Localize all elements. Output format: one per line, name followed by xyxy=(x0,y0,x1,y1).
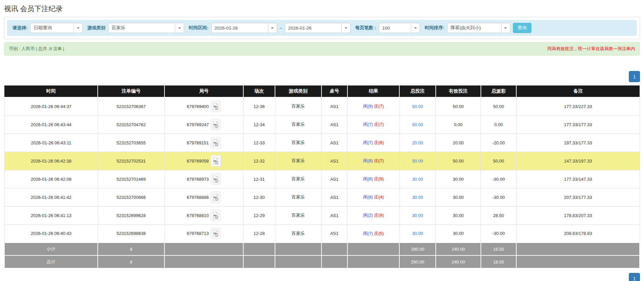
date-from-dropdown-button[interactable] xyxy=(268,23,277,33)
game-type-combobox xyxy=(108,23,184,33)
column-header-6: 结果 xyxy=(347,85,400,97)
result-player: 闲(2) xyxy=(363,213,373,218)
date-to-combobox xyxy=(285,23,350,33)
cell-bet-id: 523152701469 xyxy=(98,170,164,188)
footer-count: 8 xyxy=(98,243,164,255)
footer-empty xyxy=(275,255,321,268)
table-row: 2026-01-26 06:41:42523152700666679768886… xyxy=(4,188,640,206)
cell-round-id: 679769247 xyxy=(164,115,243,134)
total-bet-link[interactable]: 50.00 xyxy=(412,122,423,127)
cell-remark: 197.33/177.33 xyxy=(516,134,640,152)
game-type-dropdown-button[interactable] xyxy=(175,23,184,33)
cell-payout: -20.00 xyxy=(481,134,517,152)
time-sort-input[interactable] xyxy=(447,23,501,33)
pagination-bottom: 1 xyxy=(4,273,640,281)
result-player: 闲(9) xyxy=(363,104,373,109)
cell-valid-bet: 30.00 xyxy=(436,224,481,243)
cell-payout: -30.00 xyxy=(481,224,517,243)
table-row: 2026-01-26 06:41:13523152699628679768810… xyxy=(4,206,640,224)
round-id-with-video: 679768810 xyxy=(187,210,221,221)
cell-result: 闲(6) 庄(9) xyxy=(347,170,400,188)
currency-total-text: 币别 : 人民币 | 总共 :8 注单 | xyxy=(9,46,64,52)
round-id-with-video: 679769400 xyxy=(187,101,221,112)
search-button[interactable]: 查询 xyxy=(513,23,531,33)
chevron-down-icon xyxy=(345,27,347,29)
cell-table-no: AS1 xyxy=(321,206,347,224)
total-bet-link[interactable]: 30.00 xyxy=(412,231,423,236)
column-header-0: 时间 xyxy=(4,85,98,97)
cell-game-type: 百家乐 xyxy=(275,152,321,170)
result-player: 闲(8) xyxy=(363,195,373,200)
cell-payout: 50.00 xyxy=(481,152,517,170)
date-from-combobox xyxy=(211,23,277,33)
page-1-button-bottom[interactable]: 1 xyxy=(629,273,640,281)
cell-round-id: 679768886 xyxy=(164,188,243,206)
cell-bet-id: 523152699628 xyxy=(98,206,164,224)
result-player: 闲(6) xyxy=(363,176,373,181)
cell-total-bet: 30.00 xyxy=(399,206,435,224)
video-replay-button[interactable] xyxy=(211,155,221,167)
cell-time: 2026-01-26 06:42:08 xyxy=(4,170,98,188)
cell-session: 12-31 xyxy=(243,170,275,188)
video-replay-button[interactable] xyxy=(211,210,221,221)
cell-valid-bet: 50.00 xyxy=(436,97,481,115)
cell-valid-bet: 0.00 xyxy=(436,115,481,134)
time-sort-dropdown-button[interactable] xyxy=(501,23,510,33)
total-bet-link[interactable]: 50.00 xyxy=(412,159,423,164)
date-to-dropdown-button[interactable] xyxy=(341,23,350,33)
cell-remark: 177.33/177.33 xyxy=(516,115,640,134)
result-player: 闲(7) xyxy=(363,122,373,127)
chevron-down-icon xyxy=(178,27,181,29)
date-from-input[interactable] xyxy=(211,23,268,33)
video-replay-button[interactable] xyxy=(211,173,221,185)
cell-game-type: 百家乐 xyxy=(275,170,321,188)
chevron-down-icon xyxy=(77,27,80,29)
cell-time: 2026-01-26 06:41:13 xyxy=(4,206,98,224)
date-to-input[interactable] xyxy=(285,23,341,33)
select-mode-input[interactable] xyxy=(30,23,73,33)
cell-game-type: 百家乐 xyxy=(275,188,321,206)
cell-time: 2026-01-26 06:40:43 xyxy=(4,224,98,243)
footer-payout: 18.50 xyxy=(481,255,517,268)
round-id-text: 679769151 xyxy=(187,140,209,145)
footer-empty xyxy=(347,243,400,255)
cell-bet-id: 523152702531 xyxy=(98,152,164,170)
video-replay-button[interactable] xyxy=(211,137,221,148)
cell-table-no: AS1 xyxy=(321,170,347,188)
cell-payout: 50.00 xyxy=(481,97,517,115)
total-bet-link[interactable]: 20.00 xyxy=(412,140,423,145)
chevron-down-icon xyxy=(271,27,274,29)
cell-remark: 177.33/147.33 xyxy=(516,170,640,188)
cell-bet-id: 523152698638 xyxy=(98,224,164,243)
cell-total-bet: 20.00 xyxy=(399,134,435,152)
film-video-icon xyxy=(213,230,219,237)
cell-table-no: AS1 xyxy=(321,224,347,243)
page-size-dropdown-button[interactable] xyxy=(411,23,420,33)
chevron-down-icon xyxy=(504,27,507,29)
footer-count: 8 xyxy=(98,255,164,268)
cell-session: 12-36 xyxy=(243,97,275,115)
video-replay-button[interactable] xyxy=(211,228,221,239)
total-bet-link[interactable]: 50.00 xyxy=(412,104,423,109)
video-replay-button[interactable] xyxy=(211,119,221,130)
round-id-with-video: 679768886 xyxy=(187,191,221,203)
select-mode-dropdown-button[interactable] xyxy=(73,23,83,33)
cell-total-bet: 50.00 xyxy=(399,152,435,170)
time-sort-label: 时间排序: xyxy=(425,25,444,31)
video-replay-button[interactable] xyxy=(211,101,221,112)
footer-valid-bet: 240.00 xyxy=(436,255,481,268)
total-bet-link[interactable]: 30.00 xyxy=(412,177,423,182)
pagination-top: 1 xyxy=(4,71,640,82)
game-type-input[interactable] xyxy=(108,23,175,33)
cell-valid-bet: 50.00 xyxy=(436,152,481,170)
round-id-with-video: 679769058 xyxy=(187,155,221,167)
round-id-text: 679768886 xyxy=(187,195,209,200)
page-size-input[interactable] xyxy=(379,23,411,33)
total-bet-link[interactable]: 30.00 xyxy=(412,213,423,218)
total-bet-link[interactable]: 30.00 xyxy=(412,195,423,200)
footer-valid-bet: 240.00 xyxy=(436,243,481,255)
video-replay-button[interactable] xyxy=(211,191,221,203)
chevron-down-icon xyxy=(414,27,417,29)
page-1-button[interactable]: 1 xyxy=(629,71,640,82)
time-sort-combobox xyxy=(447,23,510,33)
